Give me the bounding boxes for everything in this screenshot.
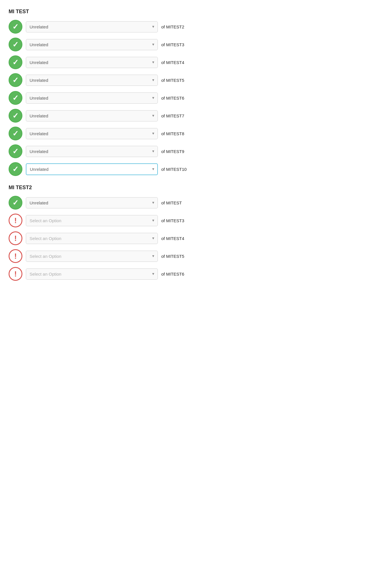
row-row-mitest9: ✓Select an OptionUnrelatedRelatedDuplica…	[9, 144, 383, 158]
select-row-mitest7[interactable]: Select an OptionUnrelatedRelatedDuplicat…	[26, 110, 158, 121]
checkmark-symbol: ✓	[12, 130, 19, 137]
select-row-mitest4[interactable]: Select an OptionUnrelatedRelatedDuplicat…	[26, 57, 158, 68]
checkmark-symbol: ✓	[12, 23, 19, 30]
checkmark-symbol: ✓	[12, 94, 19, 102]
of-label-row-mitest6: of MITEST6	[161, 96, 184, 100]
checkmark-symbol: ✓	[12, 148, 19, 155]
exclamation-symbol: !	[14, 235, 17, 242]
of-label-row-mitest8: of MITEST8	[161, 131, 184, 136]
row-row2-mitest4: !Select an OptionUnrelatedRelatedDuplica…	[9, 231, 383, 245]
check-icon: ✓	[9, 91, 22, 105]
check-icon: ✓	[9, 196, 22, 210]
of-label-row-mitest4: of MITEST4	[161, 60, 184, 65]
of-label-row-mitest9: of MITEST9	[161, 149, 184, 154]
of-label-row-mitest10: of MITEST10	[161, 167, 187, 172]
page-container: MI TEST✓Select an OptionUnrelatedRelated…	[9, 9, 383, 281]
row-row-mitest2: ✓Select an OptionUnrelatedRelatedDuplica…	[9, 20, 383, 34]
warning-icon: !	[9, 267, 22, 281]
check-icon: ✓	[9, 20, 22, 34]
select-wrapper-row-mitest7: Select an OptionUnrelatedRelatedDuplicat…	[26, 110, 158, 121]
select-row-mitest2[interactable]: Select an OptionUnrelatedRelatedDuplicat…	[26, 21, 158, 32]
checkmark-symbol: ✓	[12, 59, 19, 66]
warning-icon: !	[9, 231, 22, 245]
of-label-row-mitest3: of MITEST3	[161, 42, 184, 47]
section-title-mi-test2: MI TEST2	[9, 185, 383, 191]
row-row-mitest6: ✓Select an OptionUnrelatedRelatedDuplica…	[9, 91, 383, 105]
exclamation-symbol: !	[14, 270, 17, 278]
warning-icon: !	[9, 214, 22, 227]
select-wrapper-row-mitest6: Select an OptionUnrelatedRelatedDuplicat…	[26, 92, 158, 104]
row-row2-mitest5: !Select an OptionUnrelatedRelatedDuplica…	[9, 249, 383, 263]
select-wrapper-row-mitest8: Select an OptionUnrelatedRelatedDuplicat…	[26, 128, 158, 139]
select-wrapper-row2-mitest6: Select an OptionUnrelatedRelatedDuplicat…	[26, 268, 158, 280]
of-label-row2-mitest: of MITEST	[161, 200, 182, 205]
select-row2-mitest5[interactable]: Select an OptionUnrelatedRelatedDuplicat…	[26, 251, 158, 262]
of-label-row2-mitest4: of MITEST4	[161, 236, 184, 241]
check-icon: ✓	[9, 162, 22, 176]
exclamation-symbol: !	[14, 217, 17, 224]
select-row2-mitest[interactable]: Select an OptionUnrelatedRelatedDuplicat…	[26, 197, 158, 208]
check-icon: ✓	[9, 55, 22, 69]
select-wrapper-row-mitest9: Select an OptionUnrelatedRelatedDuplicat…	[26, 146, 158, 157]
checkmark-symbol: ✓	[12, 41, 19, 48]
row-row-mitest3: ✓Select an OptionUnrelatedRelatedDuplica…	[9, 38, 383, 51]
select-wrapper-row-mitest2: Select an OptionUnrelatedRelatedDuplicat…	[26, 21, 158, 32]
select-wrapper-row-mitest5: Select an OptionUnrelatedRelatedDuplicat…	[26, 75, 158, 86]
check-icon: ✓	[9, 73, 22, 87]
select-row2-mitest6[interactable]: Select an OptionUnrelatedRelatedDuplicat…	[26, 268, 158, 280]
select-wrapper-row2-mitest: Select an OptionUnrelatedRelatedDuplicat…	[26, 197, 158, 208]
of-label-row-mitest7: of MITEST7	[161, 113, 184, 118]
select-wrapper-row2-mitest5: Select an OptionUnrelatedRelatedDuplicat…	[26, 251, 158, 262]
section-mi-test: MI TEST✓Select an OptionUnrelatedRelated…	[9, 9, 383, 176]
of-label-row2-mitest5: of MITEST5	[161, 254, 184, 259]
checkmark-symbol: ✓	[12, 112, 19, 119]
of-label-row-mitest5: of MITEST5	[161, 78, 184, 83]
check-icon: ✓	[9, 144, 22, 158]
select-row-mitest9[interactable]: Select an OptionUnrelatedRelatedDuplicat…	[26, 146, 158, 157]
select-row-mitest8[interactable]: Select an OptionUnrelatedRelatedDuplicat…	[26, 128, 158, 139]
select-wrapper-row-mitest3: Select an OptionUnrelatedRelatedDuplicat…	[26, 39, 158, 50]
row-row-mitest4: ✓Select an OptionUnrelatedRelatedDuplica…	[9, 55, 383, 69]
section-mi-test2: MI TEST2✓Select an OptionUnrelatedRelate…	[9, 185, 383, 281]
select-row-mitest3[interactable]: Select an OptionUnrelatedRelatedDuplicat…	[26, 39, 158, 50]
of-label-row2-mitest3: of MITEST3	[161, 218, 184, 223]
select-row-mitest10[interactable]: Select an OptionUnrelatedRelatedDuplicat…	[26, 163, 158, 175]
select-wrapper-row2-mitest3: Select an OptionUnrelatedRelatedDuplicat…	[26, 215, 158, 226]
select-wrapper-row-mitest4: Select an OptionUnrelatedRelatedDuplicat…	[26, 57, 158, 68]
row-row2-mitest6: !Select an OptionUnrelatedRelatedDuplica…	[9, 267, 383, 281]
row-row2-mitest3: !Select an OptionUnrelatedRelatedDuplica…	[9, 214, 383, 227]
check-icon: ✓	[9, 109, 22, 123]
checkmark-symbol: ✓	[12, 165, 19, 173]
select-wrapper-row-mitest10: Select an OptionUnrelatedRelatedDuplicat…	[26, 163, 158, 175]
row-row2-mitest: ✓Select an OptionUnrelatedRelatedDuplica…	[9, 196, 383, 210]
select-row2-mitest4[interactable]: Select an OptionUnrelatedRelatedDuplicat…	[26, 233, 158, 244]
warning-icon: !	[9, 249, 22, 263]
select-row-mitest5[interactable]: Select an OptionUnrelatedRelatedDuplicat…	[26, 75, 158, 86]
select-row2-mitest3[interactable]: Select an OptionUnrelatedRelatedDuplicat…	[26, 215, 158, 226]
select-wrapper-row2-mitest4: Select an OptionUnrelatedRelatedDuplicat…	[26, 233, 158, 244]
check-icon: ✓	[9, 38, 22, 51]
row-row-mitest8: ✓Select an OptionUnrelatedRelatedDuplica…	[9, 127, 383, 140]
exclamation-symbol: !	[14, 252, 17, 260]
row-row-mitest5: ✓Select an OptionUnrelatedRelatedDuplica…	[9, 73, 383, 87]
row-row-mitest10: ✓Select an OptionUnrelatedRelatedDuplica…	[9, 162, 383, 176]
section-title-mi-test: MI TEST	[9, 9, 383, 15]
check-icon: ✓	[9, 127, 22, 140]
of-label-row2-mitest6: of MITEST6	[161, 272, 184, 276]
checkmark-symbol: ✓	[12, 76, 19, 84]
select-row-mitest6[interactable]: Select an OptionUnrelatedRelatedDuplicat…	[26, 92, 158, 104]
checkmark-symbol: ✓	[12, 199, 19, 206]
row-row-mitest7: ✓Select an OptionUnrelatedRelatedDuplica…	[9, 109, 383, 123]
of-label-row-mitest2: of MITEST2	[161, 24, 184, 29]
